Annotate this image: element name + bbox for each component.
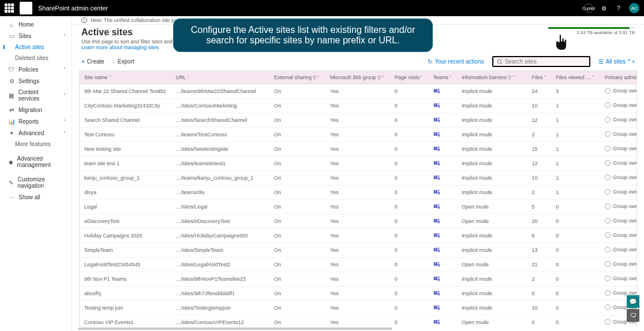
cell-external-sharing: On [269,258,325,272]
sites-table-container[interactable]: Site name˅URL˅External sharing▽˅Microsof… [79,70,637,328]
nav-settings[interactable]: ⚙Settings [0,75,72,87]
table-row[interactable]: Testing temp join…/sites/Testingtempjoin… [80,301,637,315]
table-row[interactable]: abcefhj…/sites/9th7Jfteodddddf1OnYes0TIm… [80,287,637,301]
teams-icon: T [433,188,440,195]
cell-page-visits: 0 [390,200,429,214]
col-microsoft-365-group[interactable]: Microsoft 365 group▽˅ [325,71,390,84]
table-row[interactable]: divya…/teams/divOnYes0TImplicit mode21Gr… [80,185,637,200]
cell-external-sharing: On [269,128,325,142]
cell-url: …/teams/9thMar22SharedChannel [171,84,269,99]
cell-page-visits: 0 [390,157,429,171]
table-row[interactable]: SimpleTeam…/sites/SimpleTeamOnYes0TImpli… [80,243,637,258]
table-row[interactable]: Legal…/sites/LegalOnYes0TOpen mode50Grou… [80,200,637,214]
col-files[interactable]: Files˅ [527,71,551,84]
help-icon[interactable]: ? [614,3,623,13]
table-row[interactable]: kanju_contoso_group_1…/teams/kanju_conto… [80,171,637,185]
cell-site-name: Contoso VIP Events1 [80,315,171,328]
nav-home[interactable]: ⌂Home [0,18,72,30]
nav-customize-navigation[interactable]: ✎Customize navigation [0,174,72,191]
cell-files-viewed: 0 [551,315,600,328]
cell-url: …/sites/LegalHoldTest2 [171,258,269,272]
col-teams[interactable]: Teams˅ [429,71,457,84]
cell-page-visits: 0 [390,287,429,301]
horizontal-scrollbar[interactable] [72,326,644,331]
cell-files: 10 [527,171,551,185]
search-box[interactable] [492,56,590,67]
app-launcher-icon[interactable] [5,3,14,13]
cell-external-sharing: On [269,272,325,287]
sites-icon: ▭ [8,32,15,39]
tutorial-callout: Configure the Active sites list with exi… [173,18,433,52]
col-files-viewed-[interactable]: Files viewed …˅ [551,71,600,84]
col-external-sharing[interactable]: External sharing▽˅ [269,71,325,84]
learn-more-link[interactable]: Learn more about managing sites [81,44,159,50]
nav-advanced-management[interactable]: ◆Advanced management [0,153,72,170]
copilot-button[interactable]: Copilot [584,3,593,13]
col-primary-admin[interactable]: Primary admin˅ [600,71,637,84]
chevron-down-icon: ˅ [317,76,320,80]
svg-point-52 [437,319,439,321]
chevron-down-icon: ˅ [63,119,66,124]
svg-text:T: T [435,306,436,309]
cell-files-viewed: 0 [551,287,600,301]
cell-teams: T [429,315,457,328]
teams-icon: T [433,102,440,109]
cell-url: …/sites/9th7Jfteodddddf1 [171,287,269,301]
cell-m365-group: Yes [325,113,390,128]
cell-external-sharing: On [269,157,325,171]
cell-files-viewed: 0 [551,214,600,229]
view-selector[interactable]: ☰ All sites* ▾ [598,58,635,65]
table-row[interactable]: Holiday Campaigns 2020…/sites/HOlidayCam… [80,229,637,243]
cell-files: 6 [527,229,551,243]
nav-advanced[interactable]: ✦Advanced˅ [0,127,72,139]
nav-label: Content services [18,89,60,102]
svg-point-28 [437,204,439,206]
table-row[interactable]: Test Contoso…/teams/TestContosoOnYes0TIm… [80,128,637,142]
cell-teams: T [429,200,457,214]
nav-content-services[interactable]: ▦Content services˅ [0,87,72,104]
table-row[interactable]: LegalHoldTest23454545…/sites/LegalHoldTe… [80,258,637,272]
settings-icon[interactable]: ⚙ [599,3,608,13]
cell-site-name: Test Contoso [80,128,171,142]
nav-deleted-sites[interactable]: Deleted sites [0,53,72,64]
table-row[interactable]: 9th Nov P1 Teams…/sites/9thNovP1Teamsfee… [80,272,637,287]
help-pane-button[interactable]: 🗨 [627,309,639,322]
cell-site-name: Testing temp join [80,301,171,315]
nav-more-features[interactable]: More features [0,139,72,150]
table-row[interactable]: Search Shared Channel…/sites/SearchShare… [80,113,637,128]
recent-actions-button[interactable]: ↻ Your recent actions [428,58,484,65]
cell-files: 12 [527,113,551,128]
nav-sites[interactable]: ▭Sites˄ [0,30,72,42]
table-row[interactable]: CityContoso Marketing32432City…/sites/Co… [80,99,637,113]
nav-show-all[interactable]: ⋯Show all [0,191,72,203]
col-information-barriers[interactable]: Information barriers▽˅ [457,71,527,84]
feedback-button[interactable]: 💬 [627,295,639,308]
col-url[interactable]: URL˅ [171,71,269,84]
table-row[interactable]: 9th Mar 22 Shared Channel TestBiz…/teams… [80,84,637,99]
search-input[interactable] [505,58,586,65]
create-button[interactable]: + Create [81,58,104,65]
export-button[interactable]: ↓ Export [113,58,134,65]
cell-primary-admin: Group owners [600,171,637,185]
nav-migration[interactable]: ⇄Migration [0,104,72,116]
nav-reports[interactable]: 📊Reports˅ [0,116,72,127]
cell-url: …/sites/SearchSharedChannel [171,113,269,128]
table-row[interactable]: team site test 1…/sites/teamsitetest1OnY… [80,157,637,171]
svg-point-46 [437,291,439,292]
top-bar: 🛡 SharePoint admin center Copilot ⚙ ? AC [0,0,644,16]
col-page-visits[interactable]: Page visits˅ [390,71,429,84]
cell-page-visits: 0 [390,99,429,113]
cell-information-barriers: Implicit mode [457,84,527,99]
cell-information-barriers: Implicit mode [457,185,527,200]
nav-active-sites[interactable]: Active sites [0,42,72,53]
teams-icon: T [433,289,440,296]
table-row[interactable]: eDiscoveryTest…/sites/eDiscoveryTestOnYe… [80,214,637,229]
svg-point-13 [437,132,439,133]
table-row[interactable]: Contoso VIP Events1…/sites/ContosoVIPEve… [80,315,637,328]
table-row[interactable]: New testing site…/sites/NewtestingsiteOn… [80,142,637,157]
col-site-name[interactable]: Site name˅ [80,71,171,84]
account-avatar[interactable]: AC [629,3,639,13]
nav-policies[interactable]: 🛡Policies˅ [0,64,72,75]
person-icon [605,174,611,180]
cell-m365-group: Yes [325,272,390,287]
